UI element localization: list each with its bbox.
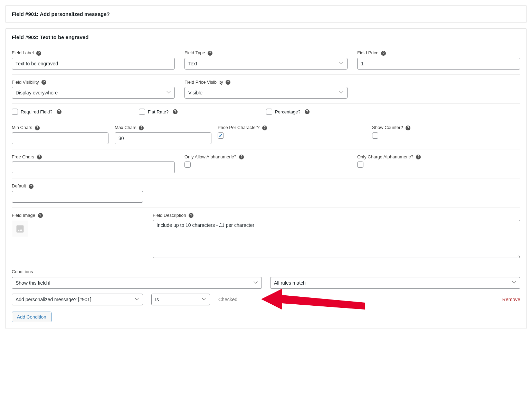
field-price-label: Field Price ? (357, 50, 520, 56)
field-label-label: Field Label ? (12, 50, 175, 56)
field-label-input[interactable] (12, 58, 175, 70)
flat-rate-checkbox[interactable] (139, 109, 145, 115)
help-icon[interactable]: ? (208, 51, 212, 56)
field-902-panel: Field #902: Text to be engraved Field La… (5, 28, 527, 329)
help-icon[interactable]: ? (35, 126, 40, 130)
default-input[interactable] (12, 191, 143, 203)
help-icon[interactable]: ? (406, 126, 410, 130)
add-condition-button[interactable]: Add Condition (12, 312, 51, 322)
field-image-label: Field Image ? (12, 213, 143, 218)
field-price-input[interactable] (357, 58, 520, 70)
condition-value: Checked (218, 297, 494, 302)
help-icon[interactable]: ? (173, 109, 178, 114)
price-per-char-label: Price Per Character? ? (218, 125, 366, 130)
required-field-checkbox[interactable] (12, 109, 18, 115)
flat-rate-label: Flat Rate? (148, 109, 169, 114)
default-label: Default ? (12, 183, 143, 189)
help-icon[interactable]: ? (416, 155, 421, 159)
help-icon[interactable]: ? (226, 80, 230, 85)
max-chars-label: Max Chars ? (115, 125, 211, 130)
help-icon[interactable]: ? (38, 213, 43, 218)
help-icon[interactable]: ? (37, 155, 42, 159)
price-per-char-checkbox[interactable] (218, 132, 224, 139)
help-icon[interactable]: ? (239, 155, 244, 159)
condition-field-select[interactable]: Add personalized message? [#901] (12, 294, 143, 305)
percentage-label: Percentage? (275, 109, 301, 114)
image-icon (15, 224, 25, 234)
min-chars-label: Min Chars ? (12, 125, 108, 130)
help-icon[interactable]: ? (41, 80, 46, 85)
help-icon[interactable]: ? (305, 109, 310, 114)
field-901-panel[interactable]: Field #901: Add personalized message? (5, 5, 527, 23)
conditions-label: Conditions (12, 269, 520, 274)
min-chars-input[interactable] (12, 132, 108, 144)
field-price-visibility-label: Field Price Visibility ? (184, 80, 348, 85)
svg-point-0 (18, 227, 19, 228)
required-field-label: Required Field? (21, 109, 53, 114)
remove-condition-link[interactable]: Remove (502, 297, 520, 302)
free-chars-label: Free Chars ? (12, 154, 175, 160)
help-icon[interactable]: ? (36, 51, 41, 56)
only-allow-alpha-checkbox[interactable] (184, 162, 191, 168)
help-icon[interactable]: ? (139, 126, 144, 130)
field-image-placeholder[interactable] (12, 221, 28, 237)
max-chars-input[interactable] (115, 132, 211, 144)
field-price-visibility-select[interactable]: Visible (184, 87, 348, 99)
field-visibility-select[interactable]: Display everywhere (12, 87, 175, 99)
only-allow-alpha-label: Only Allow Alphanumeric? ? (184, 154, 348, 160)
field-description-label: Field Description ? (153, 213, 520, 218)
help-icon[interactable]: ? (189, 213, 193, 218)
field-901-title[interactable]: Field #901: Add personalized message? (6, 6, 526, 22)
condition-match-select[interactable]: All rules match (270, 277, 520, 289)
field-902-title[interactable]: Field #902: Text to be engraved (6, 29, 526, 45)
condition-operator-select[interactable]: Is (151, 294, 210, 305)
free-chars-input[interactable] (12, 162, 175, 173)
percentage-checkbox[interactable] (266, 109, 272, 115)
field-type-select[interactable]: Text (184, 58, 348, 70)
only-charge-alpha-checkbox[interactable] (357, 162, 363, 168)
field-visibility-label: Field Visibility ? (12, 80, 175, 85)
show-counter-checkbox[interactable] (372, 132, 378, 139)
help-icon[interactable]: ? (262, 126, 267, 130)
help-icon[interactable]: ? (29, 184, 34, 189)
field-description-textarea[interactable] (153, 220, 520, 258)
help-icon[interactable]: ? (57, 109, 61, 114)
condition-action-select[interactable]: Show this field if (12, 277, 262, 289)
field-type-label: Field Type ? (184, 50, 348, 56)
help-icon[interactable]: ? (381, 51, 386, 56)
only-charge-alpha-label: Only Charge Alphanumeric? ? (357, 154, 520, 160)
show-counter-label: Show Counter? ? (372, 125, 520, 130)
